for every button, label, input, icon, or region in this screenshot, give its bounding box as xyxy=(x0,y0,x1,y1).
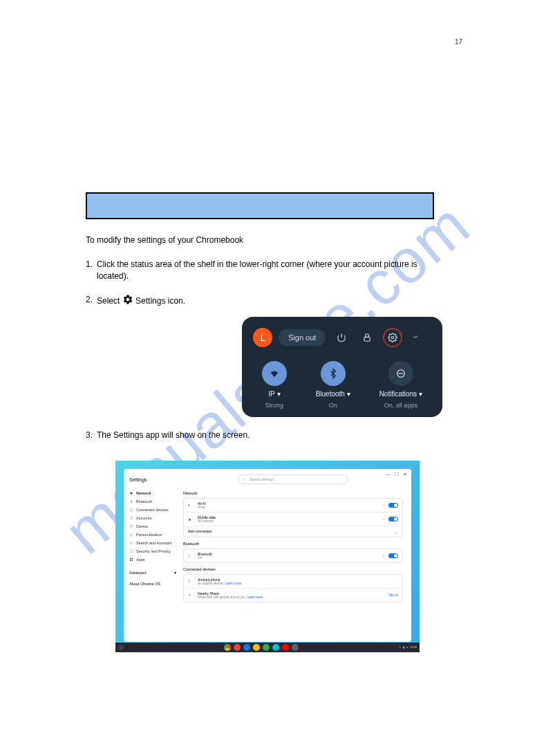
launcher-icon[interactable] xyxy=(118,645,124,650)
settings-app-icon[interactable] xyxy=(292,644,299,651)
system-tray-panel: L Sign out IP ▾ Strong Bluetooth ▾ On No… xyxy=(242,317,442,417)
gear-icon xyxy=(122,294,133,308)
step-number: 2. xyxy=(86,294,93,308)
play-icon[interactable] xyxy=(263,644,270,651)
sidebar-item-security[interactable]: Security and Privacy xyxy=(129,547,180,555)
wifi-icon: ▾ xyxy=(188,503,194,507)
nearby-icon: ⤫ xyxy=(188,593,194,597)
sidebar-advanced[interactable]: Advanced▾ xyxy=(129,571,180,575)
sidebar-about[interactable]: About Chrome OS xyxy=(129,582,180,586)
clock: 10:00 xyxy=(410,645,417,649)
sidebar-item-network[interactable]: Network xyxy=(129,489,180,497)
intro-text: To modify the settings of your Chromeboo… xyxy=(86,234,431,246)
maximize-icon[interactable]: ☐ xyxy=(395,472,399,477)
setup-button[interactable]: Set up xyxy=(389,593,398,597)
bluetooth-toggle[interactable]: Bluetooth ▾ On xyxy=(316,361,350,409)
caret-down-icon: ▾ xyxy=(277,390,281,398)
step-number: 1. xyxy=(86,259,93,282)
learn-more-link[interactable]: Learn more xyxy=(225,582,241,585)
avatar[interactable]: L xyxy=(253,328,272,347)
svg-line-14 xyxy=(245,480,246,481)
svg-line-8 xyxy=(132,544,133,544)
taskbar: ✎ ▮ ▾ 10:00 xyxy=(115,643,420,652)
caret-down-icon: ▾ xyxy=(419,390,422,398)
system-tray[interactable]: ✎ ▮ ▾ 10:00 xyxy=(399,645,417,649)
step-2: 2. Select Settings icon. Select Settings… xyxy=(86,294,431,308)
sidebar-item-apps[interactable]: Apps xyxy=(129,555,180,564)
wifi-status-icon: ▾ xyxy=(406,645,408,649)
chevron-down-icon: ⌄ xyxy=(395,529,398,534)
docs-icon[interactable] xyxy=(243,644,250,651)
search-input[interactable]: Search settings xyxy=(238,474,348,484)
svg-rect-10 xyxy=(132,558,133,560)
row-wifi[interactable]: ▾ Wi-FiHinet › xyxy=(184,499,402,512)
youtube-icon[interactable] xyxy=(282,644,289,651)
chevron-right-icon: › xyxy=(383,553,384,557)
row-nearby[interactable]: ⤫ Nearby ShareShare files with people ar… xyxy=(184,588,402,602)
section-network: Network xyxy=(183,491,403,495)
chrome-icon[interactable] xyxy=(224,644,231,651)
svg-point-1 xyxy=(392,336,395,339)
svg-rect-0 xyxy=(364,338,370,342)
step-text: Select Settings icon. Select Settings ic… xyxy=(97,294,431,308)
chevron-down-icon[interactable] xyxy=(411,331,420,344)
svg-rect-9 xyxy=(130,558,131,560)
section-bluetooth: Bluetooth xyxy=(183,542,403,546)
row-add-connection[interactable]: Add connection ⌄ xyxy=(184,526,402,537)
sidebar-item-personalisation[interactable]: Personalisation xyxy=(129,531,180,539)
svg-rect-12 xyxy=(132,560,133,561)
svg-point-5 xyxy=(131,517,132,518)
step-number: 3. xyxy=(86,430,93,441)
wifi-icon xyxy=(262,361,287,386)
sidebar-item-accounts[interactable]: Accounts xyxy=(129,514,180,522)
gmail-icon[interactable] xyxy=(234,644,241,651)
row-mobile[interactable]: ◢ Mobile dataNo network › xyxy=(184,512,402,526)
step-3: 3. The Settings app will show on the scr… xyxy=(86,430,431,441)
row-bluetooth[interactable]: ᛒ BluetoothOn › xyxy=(184,549,402,562)
step-text: Click the status area of the shelf in th… xyxy=(97,259,431,282)
row-android[interactable]: ▯ Android phoneNo eligible devices. Lear… xyxy=(184,575,402,588)
sidebar-item-bluetooth[interactable]: Bluetooth xyxy=(129,497,180,506)
notifications-icon xyxy=(388,361,413,386)
svg-rect-11 xyxy=(130,560,131,561)
settings-sidebar: Settings Network Bluetooth Connected dev… xyxy=(124,469,180,642)
sidebar-item-connected[interactable]: Connected devices xyxy=(129,506,180,514)
bluetooth-toggle[interactable] xyxy=(388,553,398,558)
svg-rect-4 xyxy=(131,508,133,512)
sidebar-item-search[interactable]: Search and Assistant xyxy=(129,539,180,547)
minimize-icon[interactable]: — xyxy=(386,472,391,477)
bluetooth-icon: ᛒ xyxy=(188,553,194,557)
wifi-toggle[interactable] xyxy=(388,503,398,508)
settings-screenshot: — ☐ ✕ Settings Network Bluetooth Connect… xyxy=(115,461,420,652)
wifi-toggle[interactable]: IP ▾ Strong xyxy=(262,361,287,409)
section-connected: Connected devices xyxy=(183,567,403,571)
step-text: The Settings app will show on the screen… xyxy=(97,430,431,441)
page-number: 17 xyxy=(455,38,462,46)
caret-down-icon: ▾ xyxy=(347,390,350,398)
svg-rect-6 xyxy=(130,525,133,527)
section-heading-bar: Settings xyxy=(86,192,434,219)
settings-icon[interactable] xyxy=(383,328,402,347)
camera-icon[interactable] xyxy=(272,644,279,651)
settings-title: Settings xyxy=(129,477,180,482)
step-1: 1. Click the status area of the shelf in… xyxy=(86,259,431,282)
bluetooth-icon xyxy=(321,361,346,386)
notifications-toggle[interactable]: Notifications ▾ On, all apps xyxy=(379,361,422,409)
sidebar-item-device[interactable]: Device xyxy=(129,522,180,531)
mobile-toggle[interactable] xyxy=(388,517,398,522)
chevron-right-icon: › xyxy=(383,517,384,521)
battery-icon: ▮ xyxy=(403,645,404,649)
sign-out-button[interactable]: Sign out xyxy=(279,329,326,346)
pen-icon: ✎ xyxy=(399,645,401,649)
files-icon[interactable] xyxy=(253,644,260,651)
power-icon[interactable] xyxy=(332,328,351,347)
lock-icon[interactable] xyxy=(357,328,377,347)
phone-icon: ▯ xyxy=(188,579,194,583)
chevron-right-icon: › xyxy=(383,503,384,507)
mobile-icon: ◢ xyxy=(188,517,194,521)
close-icon[interactable]: ✕ xyxy=(403,472,407,477)
learn-more-link[interactable]: Learn more xyxy=(247,596,263,599)
chevron-down-icon: ▾ xyxy=(174,571,176,575)
